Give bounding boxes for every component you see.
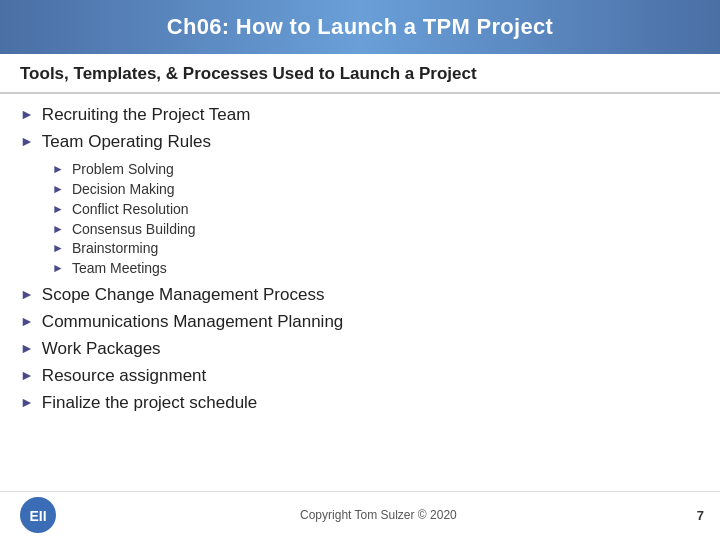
sub-arrow-4: ►: [52, 222, 64, 236]
sub-bullet-text-consensus: Consensus Building: [72, 220, 196, 239]
footer-copyright: Copyright Tom Sulzer © 2020: [60, 508, 697, 522]
footer-logo: EII: [16, 496, 60, 534]
bullet-text-recruiting: Recruiting the Project Team: [42, 104, 251, 127]
bullet-scope: ► Scope Change Management Process: [20, 284, 700, 307]
footer-page-number: 7: [697, 508, 704, 523]
subtitle-text: Tools, Templates, & Processes Used to La…: [20, 64, 477, 83]
sub-arrow-5: ►: [52, 241, 64, 255]
sub-arrow-6: ►: [52, 261, 64, 275]
bullet-arrow-1: ►: [20, 106, 34, 122]
bullet-arrow-5: ►: [20, 340, 34, 356]
sub-bullet-decision-making: ► Decision Making: [52, 180, 700, 199]
sub-bullet-conflict-resolution: ► Conflict Resolution: [52, 200, 700, 219]
main-content: ► Recruiting the Project Team ► Team Ope…: [0, 94, 720, 491]
bullet-finalize: ► Finalize the project schedule: [20, 392, 700, 415]
bullet-resource: ► Resource assignment: [20, 365, 700, 388]
sub-arrow-1: ►: [52, 162, 64, 176]
sub-bullet-text-brainstorming: Brainstorming: [72, 239, 158, 258]
bullet-text-resource: Resource assignment: [42, 365, 206, 388]
footer: EII Copyright Tom Sulzer © 2020 7: [0, 491, 720, 540]
bullet-arrow-3: ►: [20, 286, 34, 302]
slide: Ch06: How to Launch a TPM Project Tools,…: [0, 0, 720, 540]
header-bar: Ch06: How to Launch a TPM Project: [0, 0, 720, 54]
bullet-arrow-2: ►: [20, 133, 34, 149]
bullet-arrow-4: ►: [20, 313, 34, 329]
bullet-work-packages: ► Work Packages: [20, 338, 700, 361]
bullet-text-communications: Communications Management Planning: [42, 311, 343, 334]
bullet-recruiting: ► Recruiting the Project Team: [20, 104, 700, 127]
sub-bullet-text-meetings: Team Meetings: [72, 259, 167, 278]
sub-bullet-brainstorming: ► Brainstorming: [52, 239, 700, 258]
sub-bullet-list: ► Problem Solving ► Decision Making ► Co…: [52, 160, 700, 278]
sub-arrow-2: ►: [52, 182, 64, 196]
bullet-communications: ► Communications Management Planning: [20, 311, 700, 334]
sub-bullet-consensus-building: ► Consensus Building: [52, 220, 700, 239]
sub-bullet-team-meetings: ► Team Meetings: [52, 259, 700, 278]
eii-logo-icon: EII: [16, 496, 60, 534]
bullet-arrow-6: ►: [20, 367, 34, 383]
sub-bullet-problem-solving: ► Problem Solving: [52, 160, 700, 179]
bullet-text-operating: Team Operating Rules: [42, 131, 211, 154]
bullet-text-work: Work Packages: [42, 338, 161, 361]
bullet-operating-rules: ► Team Operating Rules: [20, 131, 700, 154]
svg-text:EII: EII: [29, 508, 46, 524]
sub-bullet-text-problem: Problem Solving: [72, 160, 174, 179]
sub-arrow-3: ►: [52, 202, 64, 216]
bullet-text-finalize: Finalize the project schedule: [42, 392, 257, 415]
sub-bullet-text-conflict: Conflict Resolution: [72, 200, 189, 219]
bullet-arrow-7: ►: [20, 394, 34, 410]
bullet-text-scope: Scope Change Management Process: [42, 284, 325, 307]
sub-bullet-text-decision: Decision Making: [72, 180, 175, 199]
header-title: Ch06: How to Launch a TPM Project: [167, 14, 553, 40]
subtitle-bar: Tools, Templates, & Processes Used to La…: [0, 54, 720, 94]
